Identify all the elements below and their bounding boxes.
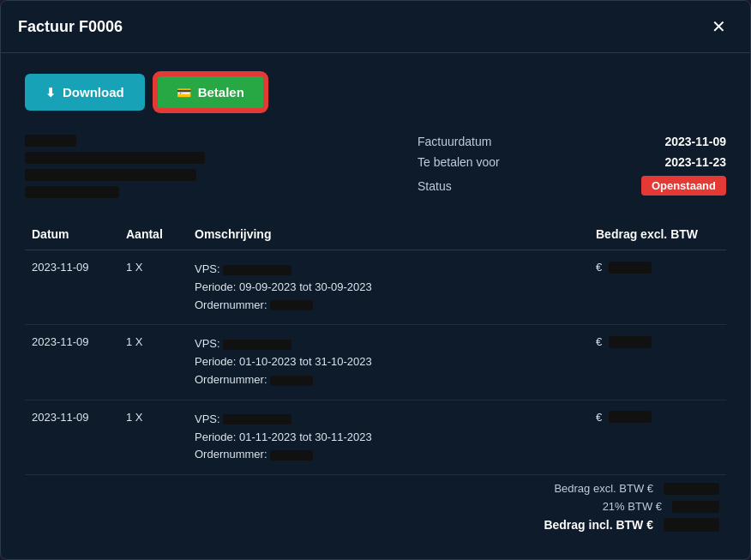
totals-btw: 21% BTW € bbox=[603, 500, 719, 513]
row3-bedrag: € bbox=[589, 400, 726, 474]
status-row: Status Openstaand bbox=[418, 176, 726, 196]
redacted-3 bbox=[25, 169, 196, 181]
redacted-vps3 bbox=[223, 414, 291, 425]
download-label: Download bbox=[63, 85, 124, 99]
row1-omschrijving: VPS: Periode: 09-09-2023 tot 30-09-2023 … bbox=[188, 250, 589, 325]
redacted-vps2 bbox=[223, 340, 291, 350]
table-row: 2023-11-09 1 X VPS: Periode: 09-09-2023 … bbox=[25, 250, 726, 325]
betalen-label: Betalen bbox=[198, 85, 244, 99]
betalen-button[interactable]: Betalen bbox=[155, 74, 266, 111]
status-label: Status bbox=[418, 179, 452, 193]
invoice-details: Factuurdatum 2023-11-09 Te betalen voor … bbox=[418, 135, 726, 198]
header-omschrijving: Omschrijving bbox=[188, 219, 589, 250]
btw-label: 21% BTW € bbox=[603, 500, 662, 513]
download-button[interactable]: Download bbox=[25, 74, 145, 111]
modal-title: Factuur F0006 bbox=[18, 18, 123, 36]
redacted-order3 bbox=[270, 450, 313, 461]
header-aantal: Aantal bbox=[119, 219, 188, 250]
row1-aantal: 1 X bbox=[119, 250, 188, 325]
incl-btw-label: Bedrag incl. BTW € bbox=[544, 518, 653, 532]
row2-omschrijving: VPS: Periode: 01-10-2023 tot 31-10-2023 … bbox=[188, 325, 589, 400]
row1-datum: 2023-11-09 bbox=[25, 250, 119, 325]
totals-section: Bedrag excl. BTW € 21% BTW € Bedrag incl… bbox=[25, 482, 726, 532]
redacted-4 bbox=[25, 186, 119, 198]
header-bedrag: Bedrag excl. BTW bbox=[589, 219, 726, 250]
totals-excl-btw: Bedrag excl. BTW € bbox=[554, 482, 719, 495]
redacted-vps1 bbox=[223, 265, 291, 275]
modal-body: Download Betalen Factuurdatum 2023-11-09 bbox=[1, 53, 750, 552]
row2-bedrag: € bbox=[589, 325, 726, 400]
redacted-order1 bbox=[270, 300, 313, 310]
excl-btw-label: Bedrag excl. BTW € bbox=[554, 482, 653, 495]
info-section: Factuurdatum 2023-11-09 Te betalen voor … bbox=[25, 135, 726, 198]
redacted-btw bbox=[672, 501, 719, 513]
redacted-excl-btw bbox=[664, 483, 719, 495]
row2-aantal: 1 X bbox=[119, 325, 188, 400]
row3-datum: 2023-11-09 bbox=[25, 400, 119, 474]
modal-header: Factuur F0006 ✕ bbox=[1, 1, 750, 53]
row3-aantal: 1 X bbox=[119, 400, 188, 474]
card-icon bbox=[177, 85, 191, 99]
table-row: 2023-11-09 1 X VPS: Periode: 01-11-2023 … bbox=[25, 400, 726, 474]
redacted-amount1 bbox=[609, 262, 652, 274]
redacted-incl-btw bbox=[664, 518, 719, 532]
factuurdatum-value: 2023-11-09 bbox=[664, 135, 726, 148]
redacted-1 bbox=[25, 135, 76, 147]
row1-bedrag: € bbox=[589, 250, 726, 325]
status-badge: Openstaand bbox=[641, 176, 726, 196]
te-betalen-row: Te betalen voor 2023-11-23 bbox=[418, 155, 726, 169]
invoice-table-container: Datum Aantal Omschrijving Bedrag excl. B… bbox=[25, 219, 726, 532]
close-button[interactable]: ✕ bbox=[705, 15, 733, 39]
invoice-modal: Factuur F0006 ✕ Download Betalen Fac bbox=[0, 0, 751, 560]
action-buttons: Download Betalen bbox=[25, 74, 726, 111]
download-icon bbox=[45, 85, 56, 99]
invoice-table: Datum Aantal Omschrijving Bedrag excl. B… bbox=[25, 219, 726, 475]
row2-datum: 2023-11-09 bbox=[25, 325, 119, 400]
te-betalen-value: 2023-11-23 bbox=[664, 155, 726, 169]
factuurdatum-label: Factuurdatum bbox=[418, 135, 491, 148]
redacted-2 bbox=[25, 152, 205, 164]
redacted-amount2 bbox=[609, 336, 652, 348]
factuurdatum-row: Factuurdatum 2023-11-09 bbox=[418, 135, 726, 148]
row3-omschrijving: VPS: Periode: 01-11-2023 tot 30-11-2023 … bbox=[188, 400, 589, 474]
te-betalen-label: Te betalen voor bbox=[418, 155, 500, 169]
redacted-amount3 bbox=[609, 411, 652, 423]
table-header-row: Datum Aantal Omschrijving Bedrag excl. B… bbox=[25, 219, 726, 250]
redacted-order2 bbox=[270, 376, 313, 386]
header-datum: Datum bbox=[25, 219, 119, 250]
table-row: 2023-11-09 1 X VPS: Periode: 01-10-2023 … bbox=[25, 325, 726, 400]
totals-incl-btw: Bedrag incl. BTW € bbox=[544, 518, 719, 532]
company-info bbox=[25, 135, 205, 198]
